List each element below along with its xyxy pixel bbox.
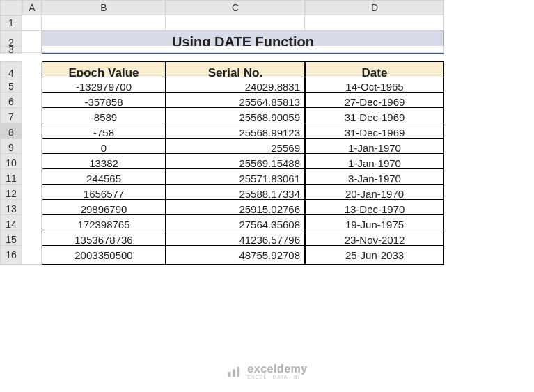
- col-header-d[interactable]: D: [305, 0, 444, 15]
- cell[interactable]: [42, 15, 166, 31]
- cell-serial[interactable]: 48755.92708: [166, 245, 305, 265]
- cell[interactable]: [22, 15, 42, 31]
- cell[interactable]: [42, 46, 444, 53]
- cell-epoch[interactable]: 2003350500: [42, 245, 166, 265]
- svg-rect-0: [228, 372, 231, 377]
- cell-date[interactable]: 25-Jun-2033: [305, 245, 444, 265]
- logo-tagline: EXCEL · DATA · BI: [247, 375, 307, 379]
- logo-text: exceldemy EXCEL · DATA · BI: [247, 363, 307, 379]
- col-header-c[interactable]: C: [166, 0, 305, 15]
- cell[interactable]: [305, 15, 444, 31]
- cell[interactable]: [166, 15, 305, 31]
- cell[interactable]: [22, 245, 42, 265]
- col-header-b[interactable]: B: [42, 0, 166, 15]
- select-all-corner[interactable]: [0, 0, 22, 15]
- row-header[interactable]: 16: [0, 245, 22, 265]
- col-header-a[interactable]: A: [22, 0, 42, 15]
- svg-rect-2: [237, 366, 240, 377]
- logo: exceldemy EXCEL · DATA · BI: [0, 363, 534, 379]
- row-header[interactable]: 1: [0, 15, 22, 31]
- bar-chart-icon: [226, 364, 242, 379]
- spreadsheet: A B C D 1 2 Using DATE Function 3 4 Epoc…: [0, 0, 534, 260]
- cell[interactable]: [22, 46, 42, 53]
- row-header[interactable]: 3: [0, 46, 22, 53]
- svg-rect-1: [233, 369, 235, 377]
- logo-name: exceldemy: [247, 363, 307, 375]
